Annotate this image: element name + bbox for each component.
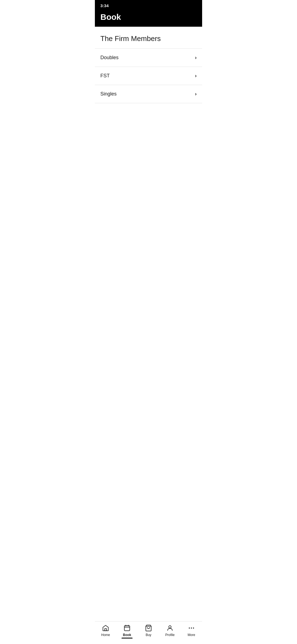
status-time: 3:34: [100, 3, 109, 8]
section-title: The Firm Members: [95, 27, 202, 48]
list-item-doubles[interactable]: Doubles ›: [95, 48, 202, 67]
chevron-right-icon-singles: ›: [195, 91, 197, 97]
list-item-label-doubles: Doubles: [100, 55, 119, 61]
list-item-label-singles: Singles: [100, 91, 117, 97]
chevron-right-icon-fst: ›: [195, 73, 197, 79]
list-item-singles[interactable]: Singles ›: [95, 85, 202, 103]
status-bar: 3:34: [95, 0, 202, 10]
booking-list: Doubles › FST › Singles ›: [95, 48, 202, 103]
content-area: The Firm Members Doubles › FST › Singles…: [95, 27, 202, 103]
header: Book: [95, 10, 202, 27]
list-item-fst[interactable]: FST ›: [95, 67, 202, 85]
list-item-label-fst: FST: [100, 73, 110, 79]
chevron-right-icon-doubles: ›: [195, 55, 197, 61]
content-spacer: [95, 103, 202, 232]
header-title: Book: [100, 12, 121, 21]
